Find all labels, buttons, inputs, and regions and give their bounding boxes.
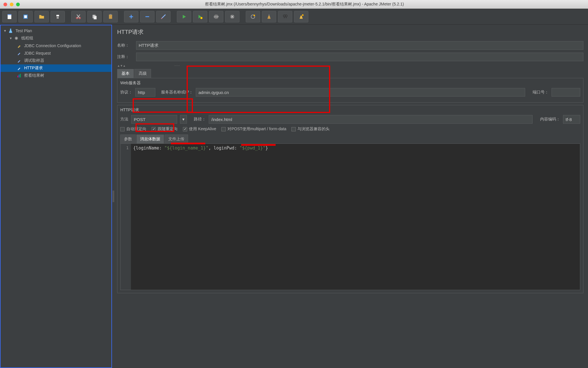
clear-all-button[interactable] — [262, 11, 276, 22]
tree-toggle-icon[interactable]: ▼ — [3, 29, 7, 32]
open-button[interactable] — [34, 11, 49, 22]
line-gutter: 1 — [121, 144, 131, 290]
start-no-timers-button[interactable] — [193, 11, 207, 22]
expand-button[interactable] — [124, 11, 138, 22]
port-input[interactable] — [552, 88, 580, 97]
shutdown-button[interactable] — [225, 11, 239, 22]
http-request-group: HTTP请求 方法 ▾ 路径： 内容编码： 自动重定向 跟随重定向 使用 Kee… — [117, 105, 583, 293]
body-editor[interactable]: 1 {loginName: "${login_name_1}", loginPw… — [120, 143, 580, 290]
server-input[interactable] — [196, 88, 525, 97]
svg-point-18 — [254, 14, 255, 16]
protocol-label: 协议： — [120, 90, 132, 95]
svg-rect-11 — [109, 14, 112, 19]
tree-label: JDBC Connection Configuration — [23, 43, 81, 48]
copy-button[interactable] — [87, 11, 102, 22]
multipart-checkbox[interactable]: 对POST使用multipart / form-data — [221, 126, 286, 132]
checkbox-label: 使用 KeepAlive — [189, 126, 216, 132]
body-tabs: 参数 消息体数据 文件上传 — [120, 135, 580, 143]
tab-advanced[interactable]: 高级 — [134, 69, 151, 78]
test-plan-tree[interactable]: ▼ Test Plan ▼ 线程组 JDBC Connection Config… — [0, 25, 112, 368]
main-area: ▼ Test Plan ▼ 线程组 JDBC Connection Config… — [0, 25, 588, 368]
svg-rect-6 — [57, 17, 59, 18]
templates-button[interactable] — [18, 11, 33, 22]
code-text: , loginPwd: — [208, 145, 239, 151]
panel-title: HTTP请求 — [117, 28, 583, 36]
svg-text:STOP: STOP — [214, 16, 218, 18]
tree-label: HTTP请求 — [23, 66, 43, 71]
svg-rect-19 — [269, 14, 269, 16]
keepalive-checkbox[interactable]: 使用 KeepAlive — [183, 126, 216, 132]
clear-button[interactable] — [246, 11, 260, 22]
tab-basic[interactable]: 基本 — [117, 69, 134, 78]
web-server-group: Web服务器 协议： 服务器名称或IP： 端口号： — [117, 78, 583, 103]
protocol-input[interactable] — [135, 88, 155, 97]
save-button[interactable] — [51, 11, 65, 22]
svg-point-13 — [161, 18, 163, 19]
stop-button[interactable]: STOP — [209, 11, 223, 22]
subtab-params[interactable]: 参数 — [120, 135, 136, 143]
encoding-input[interactable] — [563, 115, 580, 124]
method-dropdown-icon[interactable]: ▾ — [180, 115, 187, 124]
new-button[interactable] — [2, 11, 17, 22]
body-code[interactable]: {loginName: "${login_name_1}", loginPwd:… — [131, 144, 580, 290]
window-titlebar: 察看结果树.jmx (/Users/bennyrhys/Downloads/ap… — [0, 0, 588, 9]
maximize-window-button[interactable] — [16, 3, 20, 6]
checkbox-label: 跟随重定向 — [158, 126, 178, 132]
svg-rect-27 — [20, 74, 21, 78]
tree-node-http-request[interactable]: HTTP请求 — [1, 64, 111, 72]
paste-button[interactable] — [103, 11, 118, 22]
dropper-icon — [17, 51, 22, 56]
flask-icon — [8, 28, 13, 33]
line-number: 1 — [121, 145, 129, 150]
subtab-files[interactable]: 文件上传 — [165, 135, 188, 143]
tree-toggle-icon[interactable]: ▼ — [9, 37, 13, 40]
encoding-label: 内容编码： — [540, 117, 560, 122]
method-label: 方法 — [120, 117, 128, 122]
code-string: "${pwd_1}" — [239, 145, 265, 151]
tree-node-jdbc-config[interactable]: JDBC Connection Configuration — [1, 42, 111, 49]
dropper-icon — [17, 58, 22, 63]
toggle-button[interactable] — [156, 11, 171, 22]
port-label: 端口号： — [533, 90, 549, 95]
svg-rect-12 — [110, 14, 111, 15]
browser-compat-checkbox[interactable]: 与浏览器兼容的头 — [291, 126, 330, 132]
reset-search-button[interactable] — [294, 11, 308, 22]
svg-point-14 — [200, 17, 202, 19]
subtab-body[interactable]: 消息体数据 — [136, 135, 164, 143]
chart-icon — [17, 73, 22, 78]
checkbox-label: 对POST使用multipart / form-data — [227, 126, 286, 132]
svg-point-22 — [302, 14, 304, 16]
auto-redirect-checkbox[interactable]: 自动重定向 — [120, 126, 146, 132]
follow-redirect-checkbox[interactable]: 跟随重定向 — [152, 126, 178, 132]
start-button[interactable] — [177, 11, 191, 22]
code-text: {loginName: — [133, 145, 164, 151]
search-button[interactable] — [278, 11, 292, 22]
tree-label: 调试取样器 — [23, 58, 44, 63]
svg-rect-26 — [19, 74, 20, 77]
name-input[interactable] — [136, 41, 583, 50]
code-text: } — [266, 145, 268, 151]
tree-node-test-plan[interactable]: ▼ Test Plan — [1, 27, 111, 34]
path-input[interactable] — [209, 115, 533, 124]
collapse-button[interactable] — [140, 11, 154, 22]
group-title: Web服务器 — [120, 80, 580, 86]
gear-icon — [14, 36, 19, 41]
panel-collapse-handle[interactable]: ▲▼▲ ⋯⋯ — [117, 64, 583, 67]
svg-rect-3 — [24, 15, 27, 18]
comment-label: 注释： — [117, 54, 136, 60]
svg-rect-1 — [8, 14, 11, 15]
tree-node-jdbc-request[interactable]: JDBC Request — [1, 49, 111, 57]
close-window-button[interactable] — [3, 3, 7, 6]
method-select[interactable] — [131, 115, 177, 124]
tree-node-view-results-tree[interactable]: 察看结果树 — [1, 72, 111, 79]
minimize-window-button[interactable] — [10, 3, 13, 6]
cut-button[interactable] — [71, 11, 86, 22]
window-controls — [3, 3, 20, 6]
server-label: 服务器名称或IP： — [161, 90, 193, 95]
tree-label: 察看结果树 — [23, 73, 44, 78]
tree-node-thread-group[interactable]: ▼ 线程组 — [1, 34, 111, 42]
code-string: "${login_name_1}" — [164, 145, 208, 151]
comment-input[interactable] — [136, 53, 583, 61]
vertical-splitter[interactable] — [112, 25, 115, 368]
tree-node-debug-sampler[interactable]: 调试取样器 — [1, 57, 111, 64]
